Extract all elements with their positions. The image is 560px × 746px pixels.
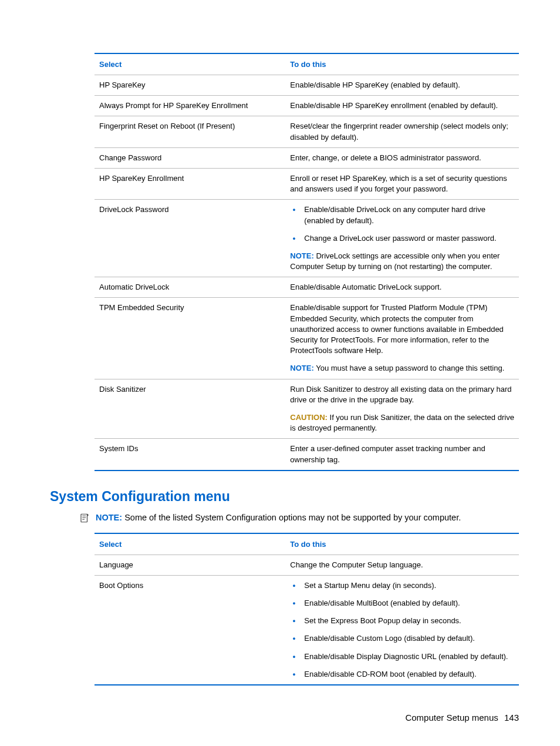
cell-select: System IDs [95,439,285,471]
footer-title: Computer Setup menus [405,713,498,723]
table-row: DriveLock Password Enable/disable DriveL… [95,200,519,277]
table-row: Always Prompt for HP SpareKey Enrollment… [95,96,519,116]
list-item: Set the Express Boot Popup delay in seco… [290,616,514,626]
table-row: HP SpareKey Enrollment Enroll or reset H… [95,168,519,199]
note-text: Some of the listed System Configuration … [124,513,461,522]
cell-select: Disk Sanitizer [95,379,285,439]
cell-select: Automatic DriveLock [95,277,285,298]
cell-select: HP SpareKey [95,75,285,96]
table-header-row: Select To do this [95,533,519,555]
cell-select: DriveLock Password [95,200,285,277]
list-item: Enable/disable DriveLock on any computer… [290,204,514,226]
list-item: Set a Startup Menu delay (in seconds). [290,580,514,591]
th-action: To do this [285,53,519,75]
table-row: Change Password Enter, change, or delete… [95,147,519,168]
cell-select: Fingerprint Reset on Reboot (If Present) [95,116,285,147]
table-header-row: Select To do this [95,53,519,75]
cell-select: Change Password [95,147,285,168]
cell-select: Boot Options [95,575,285,685]
table-row: Language Change the Computer Setup langu… [95,555,519,575]
bullet-list: Set a Startup Menu delay (in seconds). E… [290,580,514,680]
note-label: NOTE: [96,513,122,522]
list-item: Enable/disable MultiBoot (enabled by def… [290,598,514,609]
cell-action: Set a Startup Menu delay (in seconds). E… [285,575,519,685]
caution-label: CAUTION: [290,413,328,422]
cell-action: Change the Computer Setup language. [285,555,519,575]
cell-action: Enable/disable HP SpareKey enrollment (e… [285,96,519,116]
cell-select: Language [95,555,285,575]
cell-select: TPM Embedded Security [95,298,285,379]
cell-action: Enroll or reset HP SpareKey, which is a … [285,168,519,199]
cell-action: Enable/disable DriveLock on any computer… [285,200,519,277]
security-menu-table: Select To do this HP SpareKey Enable/dis… [95,53,519,471]
list-item: Enable/disable Display Diagnostic URL (e… [290,651,514,662]
svg-rect-0 [81,514,87,522]
list-item: Enable/disable Custom Logo (disabled by … [290,633,514,644]
table-row: Disk Sanitizer Run Disk Sanitizer to des… [95,379,519,439]
note-icon [79,513,90,523]
th-select: Select [95,53,285,75]
table-row: Automatic DriveLock Enable/disable Autom… [95,277,519,298]
note-label: NOTE: [290,364,313,372]
note-text: DriveLock settings are accessible only w… [290,251,500,271]
cell-select: HP SpareKey Enrollment [95,168,285,199]
cell-text: Enable/disable support for Trusted Platf… [290,303,514,356]
list-item: Change a DriveLock user password or mast… [290,233,514,244]
th-action: To do this [285,533,519,555]
cell-action: Enable/disable support for Trusted Platf… [285,298,519,379]
section-heading: System Configuration menu [50,489,519,505]
cell-action: Run Disk Sanitizer to destroy all existi… [285,379,519,439]
caution-block: CAUTION: If you run Disk Sanitizer, the … [290,412,514,434]
cell-text: Run Disk Sanitizer to destroy all existi… [290,384,514,405]
list-item: Enable/disable CD-ROM boot (enabled by d… [290,669,514,680]
page-number: 143 [504,713,519,723]
system-config-table: Select To do this Language Change the Co… [95,533,519,685]
bullet-list: Enable/disable DriveLock on any computer… [290,204,514,244]
table-row: Fingerprint Reset on Reboot (If Present)… [95,116,519,147]
cell-action: Enter a user-defined computer asset trac… [285,439,519,471]
note-label: NOTE: [290,251,313,260]
table-row: HP SpareKey Enable/disable HP SpareKey (… [95,75,519,96]
note-block: NOTE: You must have a setup password to … [290,363,514,374]
table-row: Boot Options Set a Startup Menu delay (i… [95,575,519,685]
table-row: System IDs Enter a user-defined computer… [95,439,519,471]
th-select: Select [95,533,285,555]
note-text: You must have a setup password to change… [316,364,504,372]
page-footer: Computer Setup menus 143 [405,713,519,723]
cell-action: Enable/disable Automatic DriveLock suppo… [285,277,519,298]
cell-action: Enable/disable HP SpareKey (enabled by d… [285,75,519,96]
cell-select: Always Prompt for HP SpareKey Enrollment [95,96,285,116]
table-row: TPM Embedded Security Enable/disable sup… [95,298,519,379]
cell-action: Reset/clear the fingerprint reader owner… [285,116,519,147]
note-block: NOTE: DriveLock settings are accessible … [290,251,514,272]
cell-action: Enter, change, or delete a BIOS administ… [285,147,519,168]
section-note: NOTE: Some of the listed System Configur… [79,513,519,523]
